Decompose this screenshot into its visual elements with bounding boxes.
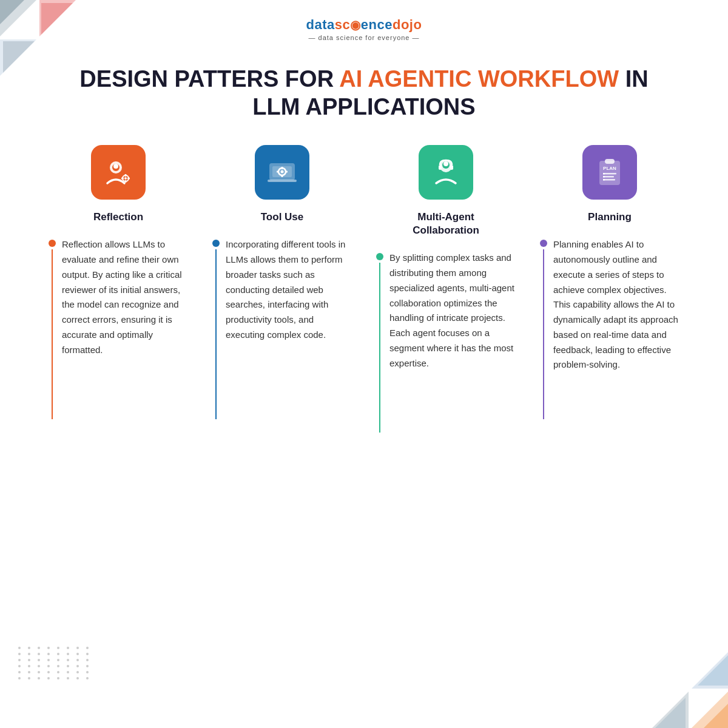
svg-text:PLAN: PLAN: [603, 166, 616, 171]
svg-rect-42: [603, 176, 605, 178]
multi-agent-bullet-line: [376, 251, 383, 433]
planning-bullet-dot: [540, 240, 547, 247]
svg-rect-34: [450, 165, 453, 170]
svg-rect-39: [603, 176, 614, 178]
svg-rect-36: [605, 159, 615, 164]
tool-use-bullet-line: [212, 237, 220, 419]
multi-agent-text: By splitting complex tasks and distribut…: [389, 251, 516, 371]
main-title-area: DESIGN PATTERS FOR AI AGENTIC WORKFLOW I…: [36, 66, 692, 121]
tool-use-bullet-dot: [212, 240, 220, 247]
card-planning: PLAN PlanningPlanning enables AI to auto…: [528, 145, 692, 433]
svg-marker-10: [655, 698, 686, 728]
reflection-bullet-dot: [49, 240, 56, 247]
card-tool-use: Tool UseIncorporating different tools in…: [200, 145, 364, 433]
svg-rect-38: [603, 173, 616, 175]
svg-rect-20: [127, 178, 130, 180]
svg-rect-19: [121, 178, 124, 180]
multi-agent-icon-wrapper: [376, 145, 516, 200]
page-title: DESIGN PATTERS FOR AI AGENTIC WORKFLOW I…: [36, 66, 692, 121]
logo-tagline: data science for everyone: [0, 34, 728, 41]
svg-rect-29: [285, 171, 288, 173]
svg-rect-26: [281, 167, 283, 169]
multi-agent-body: By splitting complex tasks and distribut…: [376, 251, 516, 433]
svg-point-16: [124, 177, 127, 180]
planning-icon-wrapper: PLAN: [540, 145, 679, 200]
corner-br-decoration: [643, 643, 728, 728]
svg-rect-17: [125, 174, 127, 177]
cards-container: ReflectionReflection allows LLMs to eval…: [0, 133, 728, 433]
tool-use-vertical-line: [215, 249, 217, 419]
card-multi-agent: Multi-AgentCollaborationBy splitting com…: [364, 145, 528, 433]
svg-rect-41: [603, 173, 605, 175]
card-reflection: ReflectionReflection allows LLMs to eval…: [36, 145, 200, 433]
svg-point-25: [281, 170, 284, 174]
tool-use-title: Tool Use: [212, 211, 352, 224]
tool-use-body: Incorporating different tools in LLMs al…: [212, 237, 352, 419]
logo-text: datasc◉encedojo: [0, 17, 728, 33]
svg-marker-5: [3, 41, 35, 73]
planning-bullet-line: [540, 237, 547, 419]
multi-agent-icon: [419, 145, 473, 200]
svg-rect-23: [268, 180, 297, 182]
tool-use-icon-wrapper: [212, 145, 352, 200]
reflection-bullet-line: [49, 237, 56, 419]
reflection-text: Reflection allows LLMs to evaluate and r…: [62, 237, 188, 357]
reflection-body: Reflection allows LLMs to evaluate and r…: [49, 237, 188, 419]
svg-rect-43: [603, 179, 605, 181]
reflection-icon-wrapper: [49, 145, 188, 200]
svg-marker-11: [698, 655, 728, 686]
multi-agent-title: Multi-AgentCollaboration: [376, 211, 516, 237]
logo-area: datasc◉encedojo data science for everyon…: [0, 0, 728, 47]
planning-body: Planning enables AI to autonomously outl…: [540, 237, 679, 419]
tool-use-text: Incorporating different tools in LLMs al…: [226, 237, 352, 342]
planning-vertical-line: [543, 249, 544, 419]
planning-text: Planning enables AI to autonomously outl…: [553, 237, 679, 372]
svg-marker-4: [41, 3, 73, 35]
reflection-vertical-line: [52, 249, 53, 419]
svg-rect-18: [125, 180, 127, 183]
reflection-icon: [91, 145, 146, 200]
multi-agent-vertical-line: [379, 263, 380, 433]
multi-agent-bullet-dot: [376, 253, 383, 260]
reflection-title: Reflection: [49, 211, 188, 224]
svg-rect-40: [603, 179, 615, 181]
dot-pattern-decoration: [18, 647, 92, 679]
svg-point-32: [443, 161, 448, 166]
svg-point-14: [113, 164, 118, 169]
planning-title: Planning: [540, 211, 679, 224]
svg-rect-27: [281, 175, 283, 177]
tool-use-icon: [255, 145, 309, 200]
svg-rect-33: [439, 165, 442, 170]
svg-rect-28: [277, 171, 279, 173]
planning-icon: PLAN: [582, 145, 637, 200]
corner-tl-decoration: [0, 0, 85, 85]
